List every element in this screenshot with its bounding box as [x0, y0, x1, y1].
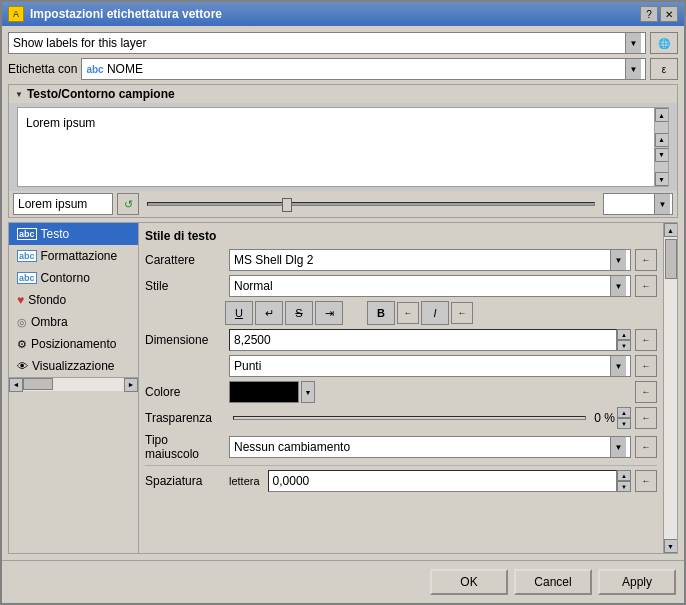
show-labels-dropdown[interactable]: Show labels for this layer ▼ [8, 32, 646, 54]
tipo-maiuscolo-arrow[interactable]: ▼ [610, 437, 626, 457]
trasparenza-spin-down[interactable]: ▼ [617, 418, 631, 429]
cancel-button[interactable]: Cancel [514, 569, 592, 595]
wrap-btn[interactable]: ↵ [255, 301, 283, 325]
refresh-btn[interactable]: ↺ [117, 193, 139, 215]
carattere-assign-btn[interactable]: ← [635, 249, 657, 271]
indent-btn[interactable]: ⇥ [315, 301, 343, 325]
etichetta-dropdown[interactable]: abc NOME ▼ [81, 58, 646, 80]
trasparenza-value: 0 % [594, 411, 615, 425]
section-header[interactable]: ▼ Testo/Contorno campione [9, 85, 677, 103]
main-with-scroll: Stile di testo Carattere MS Shell Dlg 2 … [139, 223, 677, 553]
etichetta-dropdown-arrow[interactable]: ▼ [625, 59, 641, 79]
italic-btn[interactable]: I [421, 301, 449, 325]
ok-button[interactable]: OK [430, 569, 508, 595]
sidebar-scroll-track [23, 378, 124, 391]
dimensione-spin-up[interactable]: ▲ [617, 329, 631, 340]
bold-assign-btn[interactable]: ← [397, 302, 419, 324]
color-swatch[interactable] [229, 381, 299, 403]
trasparenza-assign-btn[interactable]: ← [635, 407, 657, 429]
dimensione-control: ▲ ▼ [229, 329, 631, 351]
scroll-down-btn[interactable]: ▼ [655, 172, 669, 186]
tipo-maiuscolo-assign-btn[interactable]: ← [635, 436, 657, 458]
sidebar-horiz-scrollbar: ◄ ► [9, 377, 138, 391]
dimensione-spin-down[interactable]: ▼ [617, 340, 631, 351]
trasparenza-label: Trasparenza [145, 411, 225, 425]
bold-btn[interactable]: B [367, 301, 395, 325]
world-icon-btn[interactable]: 🌐 [650, 32, 678, 54]
sidebar-item-sfondo[interactable]: ♥ Sfondo [9, 289, 138, 311]
scroll-down-btn2[interactable]: ▲ [655, 133, 669, 147]
etichetta-row: Etichetta con abc NOME ▼ ε [8, 58, 678, 80]
colore-assign-btn[interactable]: ← [635, 381, 657, 403]
content-scroll-up[interactable]: ▲ [664, 223, 678, 237]
window-icon: A [8, 6, 24, 22]
carattere-label: Carattere [145, 253, 225, 267]
italic-assign-btn[interactable]: ← [451, 302, 473, 324]
spaziatura-input[interactable] [268, 470, 617, 492]
sidebar-scroll-thumb[interactable] [23, 378, 53, 390]
sidebar-posizionamento-label: Posizionamento [31, 337, 116, 351]
strikethrough-btn[interactable]: S [285, 301, 313, 325]
preview-area: Lorem ipsum ▲ ▲ ▼ ▼ [17, 107, 669, 187]
carattere-arrow[interactable]: ▼ [610, 250, 626, 270]
sidebar-scroll-left[interactable]: ◄ [9, 378, 23, 392]
unita-assign-btn[interactable]: ← [635, 355, 657, 377]
dimensione-label: Dimensione [145, 333, 225, 347]
main-window: A Impostazioni etichettatura vettore ? ✕… [0, 0, 686, 605]
zoom-dropdown[interactable]: ▼ [603, 193, 673, 215]
zoom-slider-thumb[interactable] [282, 198, 292, 212]
sidebar-item-contorno[interactable]: abc Contorno [9, 267, 138, 289]
section-triangle: ▼ [15, 90, 23, 99]
spaziatura-control: ▲ ▼ [268, 470, 631, 492]
zoom-dropdown-arrow[interactable]: ▼ [654, 194, 670, 214]
panel-title: Stile di testo [145, 229, 657, 243]
title-bar-buttons: ? ✕ [640, 6, 678, 22]
color-dropdown-btn[interactable]: ▼ [301, 381, 315, 403]
help-button[interactable]: ? [640, 6, 658, 22]
stile-dropdown[interactable]: Normal ▼ [229, 275, 631, 297]
unita-dropdown[interactable]: Punti ▼ [229, 355, 631, 377]
sidebar-item-testo[interactable]: abc Testo [9, 223, 138, 245]
dimensione-assign-btn[interactable]: ← [635, 329, 657, 351]
epsilon-btn[interactable]: ε [650, 58, 678, 80]
content-scroll-thumb[interactable] [665, 239, 677, 279]
unita-value: Punti [234, 359, 261, 373]
trasparenza-spin-up[interactable]: ▲ [617, 407, 631, 418]
carattere-row: Carattere MS Shell Dlg 2 ▼ ← [145, 249, 657, 271]
scroll-up-btn[interactable]: ▲ [655, 108, 669, 122]
tipo-maiuscolo-dropdown[interactable]: Nessun cambiamento ▼ [229, 436, 631, 458]
sidebar-item-posizionamento[interactable]: ⚙ Posizionamento [9, 333, 138, 355]
carattere-dropdown[interactable]: MS Shell Dlg 2 ▼ [229, 249, 631, 271]
show-labels-arrow[interactable]: ▼ [625, 33, 641, 53]
dimensione-spin: ▲ ▼ [617, 329, 631, 351]
stile-assign-btn[interactable]: ← [635, 275, 657, 297]
spaziatura-spin-down[interactable]: ▼ [617, 481, 631, 492]
sidebar-item-ombra[interactable]: ◎ Ombra [9, 311, 138, 333]
sidebar-item-formattazione[interactable]: abc Formattazione [9, 245, 138, 267]
stile-value: Normal [234, 279, 273, 293]
sidebar-item-visualizzazione[interactable]: 👁 Visualizzazione [9, 355, 138, 377]
sidebar-formattazione-label: Formattazione [41, 249, 118, 263]
content-scroll-down[interactable]: ▼ [664, 539, 678, 553]
preview-bottom-text: Lorem ipsum [13, 193, 113, 215]
stile-arrow[interactable]: ▼ [610, 276, 626, 296]
title-bar: A Impostazioni etichettatura vettore ? ✕ [2, 2, 684, 26]
underline-btn[interactable]: U [225, 301, 253, 325]
dimensione-input[interactable] [229, 329, 617, 351]
tipo-maiuscolo-value: Nessun cambiamento [234, 440, 350, 454]
content-panel-inner: Stile di testo Carattere MS Shell Dlg 2 … [139, 223, 663, 502]
sidebar-ombra-icon: ◎ [17, 316, 27, 329]
close-button[interactable]: ✕ [660, 6, 678, 22]
spaziatura-assign-btn[interactable]: ← [635, 470, 657, 492]
sidebar-scroll-right[interactable]: ► [124, 378, 138, 392]
colore-control: ▼ [229, 381, 315, 403]
etichetta-abc-tag: abc [86, 64, 103, 75]
window-content: Show labels for this layer ▼ 🌐 Etichetta… [2, 26, 684, 560]
trasparenza-slider[interactable] [233, 416, 586, 420]
title-bar-left: A Impostazioni etichettatura vettore [8, 6, 222, 22]
unita-arrow[interactable]: ▼ [610, 356, 626, 376]
apply-button[interactable]: Apply [598, 569, 676, 595]
zoom-slider-track[interactable] [147, 202, 595, 206]
scroll-down-btn3[interactable]: ▼ [655, 148, 669, 162]
spaziatura-spin-up[interactable]: ▲ [617, 470, 631, 481]
